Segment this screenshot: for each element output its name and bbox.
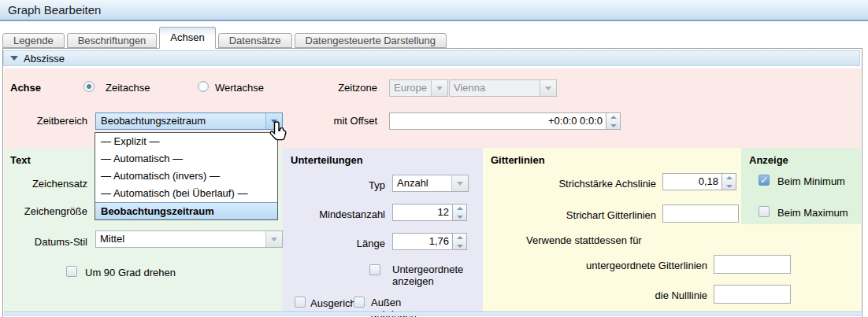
laenge-label: Länge (283, 238, 385, 249)
nulllinie-label: die Nulllinie (483, 289, 707, 301)
beim-maximum-checkbox[interactable] (759, 206, 770, 217)
zeitbereich-value: Beobachtungszeitraum (101, 115, 206, 127)
dropdown-option[interactable]: — Automatisch (bei Überlauf) — (95, 185, 277, 202)
typ-label: Typ (283, 179, 385, 191)
wertachse-radio-label[interactable]: Wertachse (215, 82, 264, 94)
spin-down-icon[interactable] (453, 241, 466, 249)
offset-spinner-buttons[interactable] (606, 112, 621, 130)
untergeordnete-anzeigen-checkbox[interactable] (369, 264, 380, 275)
zeitzone-city-dropdown-icon (540, 80, 556, 96)
zeitzone-city-value: Vienna (454, 82, 485, 94)
zeitachse-radio[interactable] (83, 81, 95, 92)
ausgerichtet-label[interactable]: Ausgericht (310, 297, 354, 309)
aussen-anbringen-checkbox[interactable] (354, 297, 365, 308)
untergeordnete-anzeigen-label[interactable]: Untergeordnete anzeigen (392, 264, 480, 287)
zeitzone-region-value: Europe (394, 82, 427, 94)
rotate-90-label[interactable]: Um 90 Grad drehen (85, 267, 176, 278)
mindestanzahl-spinbox: 12 (392, 204, 467, 221)
datums-stil-select[interactable]: Mittel (95, 230, 283, 248)
text-panel-title: Text (10, 154, 31, 166)
zeitbereich-combobox[interactable]: Beobachtungszeitraum (95, 112, 283, 130)
datums-stil-value: Mittel (100, 233, 124, 245)
spin-down-icon[interactable] (722, 182, 736, 190)
tab-bar: LegendeBeschriftungenAchsenDatensätzeDat… (2, 26, 862, 49)
strichart-input[interactable] (662, 205, 739, 223)
spin-up-icon[interactable] (453, 205, 466, 212)
typ-dropdown-icon (451, 175, 468, 191)
beim-minimum-label[interactable]: Beim Minimum (777, 175, 845, 187)
window-titlebar: Graph Bearbeiten (0, 0, 868, 21)
tab-legende[interactable]: Legende (2, 33, 65, 48)
gitterlinien-title: Gitterlinien (491, 154, 545, 166)
section-header-abszisse[interactable]: Abszisse (3, 50, 860, 66)
beim-minimum-checkbox[interactable] (759, 175, 770, 186)
mouse-pointer-icon (268, 120, 291, 147)
zeitbereich-label: Zeitbereich (4, 115, 87, 127)
offset-spinbox: +0:0:0 0:0:0 (389, 112, 621, 130)
verwende-stattdessen-label: Verwende stattdessen für (526, 234, 642, 246)
strichstaerke-input[interactable]: 0,18 (662, 173, 722, 190)
unterteilungen-title: Unterteilungen (291, 154, 363, 166)
offset-input[interactable]: +0:0:0 0:0:0 (389, 112, 606, 130)
tab-beschriftungen[interactable]: Beschriftungen (67, 33, 158, 48)
spin-down-icon[interactable] (606, 121, 620, 129)
spin-up-icon[interactable] (606, 113, 620, 121)
next-section-header[interactable] (4, 311, 861, 316)
zeitzone-region-dropdown-icon (431, 80, 447, 96)
anzeige-panel: Anzeige Beim Minimum Beim Maximum (741, 148, 861, 224)
zeichensatz-label: Zeichensatz (4, 178, 87, 190)
dropdown-option[interactable]: Beobachtungszeitraum (95, 202, 277, 219)
zeitbereich-options: — Explizit —— Automatisch —— Automatisch… (95, 132, 278, 220)
zeichengroesse-label: Zeichengröße (4, 205, 87, 217)
typ-select[interactable]: Anzahl (392, 175, 469, 192)
anzeige-title: Anzeige (749, 154, 788, 166)
spin-up-icon[interactable] (453, 234, 466, 241)
dropdown-option[interactable]: — Automatisch (invers) — (95, 168, 277, 185)
datums-stil-dropdown-icon (265, 231, 282, 247)
window-title: Graph Bearbeiten (8, 3, 101, 17)
datums-stil-label: Datums-Stil (4, 236, 87, 248)
nulllinie-input[interactable] (714, 285, 791, 304)
tab-datens-tze[interactable]: Datensätze (218, 33, 292, 48)
unterteilungen-panel: Unterteilungen Typ Anzahl Mindestanzahl … (283, 148, 483, 311)
untergeordnete-gitterlinien-input[interactable] (714, 255, 791, 274)
mindestanzahl-spinner-buttons[interactable] (453, 204, 467, 221)
collapse-triangle-icon (10, 56, 18, 61)
tab-achsen[interactable]: Achsen (159, 27, 215, 49)
strichstaerke-spinner-buttons[interactable] (722, 173, 736, 190)
typ-value: Anzahl (397, 177, 428, 189)
laenge-spinbox: 1,76 (392, 233, 467, 250)
untergeordnete-gitterlinien-label: untergeordnete Gitterlinien (483, 260, 707, 271)
strichart-label: Strichart Gitterlinien (483, 209, 656, 221)
ausgerichtet-checkbox[interactable] (295, 297, 306, 308)
zeitzone-label: Zeitzone (272, 82, 377, 94)
strichstaerke-label: Strichstärke Achslinie (483, 178, 656, 190)
mindestanzahl-input[interactable]: 12 (392, 204, 453, 221)
achse-label: Achse (10, 82, 41, 94)
spin-up-icon[interactable] (722, 174, 736, 182)
zeitachse-radio-label[interactable]: Zeitachse (106, 82, 150, 94)
beim-maximum-label[interactable]: Beim Maximum (777, 207, 848, 219)
section-title: Abszisse (24, 53, 65, 65)
zeitzone-city-select[interactable]: Vienna (449, 79, 557, 97)
dropdown-option[interactable]: — Explizit — (95, 133, 277, 150)
wertachse-radio[interactable] (198, 81, 209, 92)
laenge-input[interactable]: 1,76 (392, 233, 453, 250)
dropdown-option[interactable]: — Automatisch — (95, 150, 277, 168)
rotate-90-checkbox[interactable] (66, 266, 77, 277)
mindestanzahl-label: Mindestanzahl (283, 208, 385, 220)
tab-datengesteuerte-darstellung[interactable]: Datengesteuerte Darstellung (295, 33, 447, 48)
strichstaerke-spinbox: 0,18 (662, 173, 736, 190)
zeitzone-region-select[interactable]: Europe (389, 79, 448, 97)
spin-down-icon[interactable] (453, 212, 466, 220)
graph-edit-dialog: { "window": { "title": "Graph Bearbeiten… (0, 0, 868, 317)
laenge-spinner-buttons[interactable] (453, 233, 467, 250)
